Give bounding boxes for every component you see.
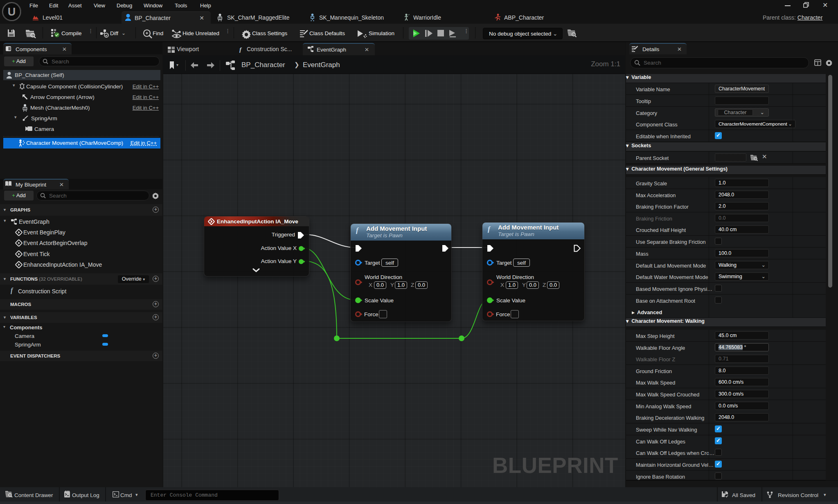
svg-text:U: U [8, 6, 16, 18]
